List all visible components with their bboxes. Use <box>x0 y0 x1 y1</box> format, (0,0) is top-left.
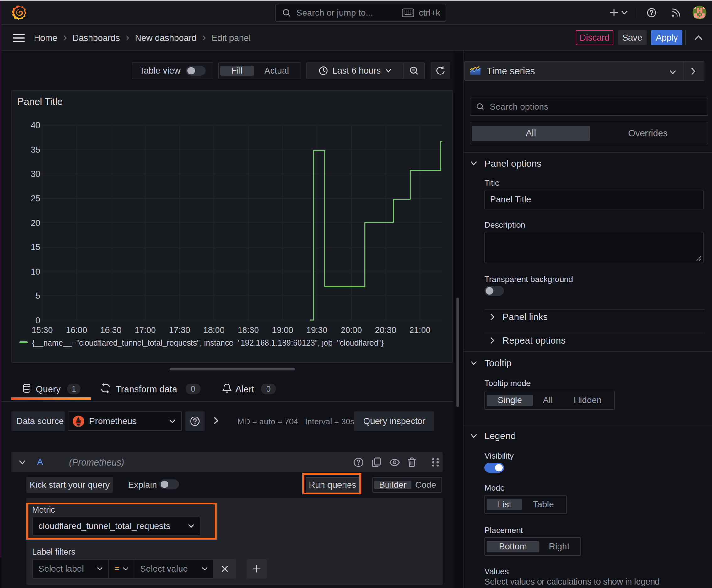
svg-text:40: 40 <box>31 121 40 130</box>
svg-text:25: 25 <box>31 194 40 203</box>
svg-text:17:30: 17:30 <box>169 326 190 335</box>
svg-text:18:00: 18:00 <box>203 326 225 335</box>
svg-text:20: 20 <box>31 218 40 228</box>
svg-text:19:30: 19:30 <box>306 326 328 335</box>
svg-text:5: 5 <box>36 291 40 300</box>
svg-text:17:00: 17:00 <box>135 326 156 335</box>
svg-text:{__name__="cloudflared_tunnel_: {__name__="cloudflared_tunnel_total_requ… <box>32 338 384 347</box>
svg-text:15: 15 <box>31 243 40 252</box>
svg-text:20:00: 20:00 <box>341 326 362 335</box>
svg-text:0: 0 <box>36 316 40 325</box>
svg-text:10: 10 <box>31 267 40 276</box>
svg-text:21:00: 21:00 <box>409 326 431 335</box>
svg-text:35: 35 <box>31 145 40 154</box>
svg-text:20:30: 20:30 <box>375 326 396 335</box>
svg-text:16:30: 16:30 <box>100 326 122 335</box>
svg-text:30: 30 <box>31 169 40 179</box>
svg-text:16:00: 16:00 <box>66 326 87 335</box>
svg-text:15:30: 15:30 <box>32 326 53 335</box>
svg-text:19:00: 19:00 <box>272 326 293 335</box>
svg-text:18:30: 18:30 <box>238 326 259 335</box>
